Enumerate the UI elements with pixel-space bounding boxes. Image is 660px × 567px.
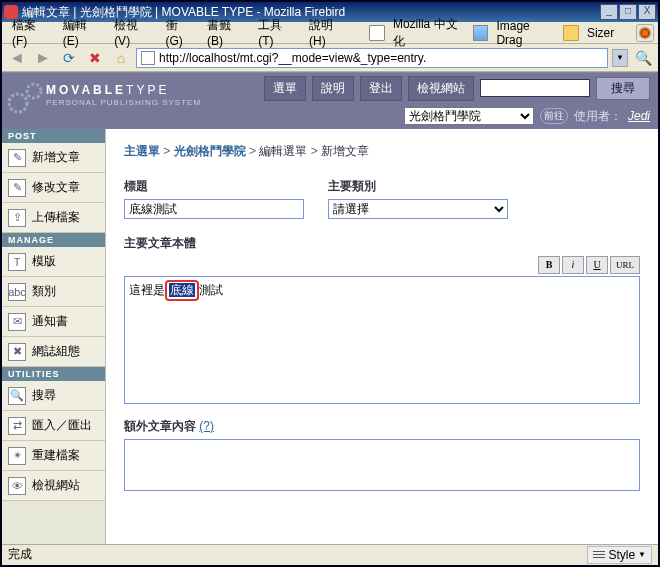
folder-icon <box>563 25 579 41</box>
sidebar-item-import[interactable]: ⇄匯入／匯出 <box>2 411 105 441</box>
bookmark-imagedrag[interactable]: Image Drag <box>490 17 561 49</box>
menu-help[interactable]: 說明(H) <box>303 15 353 50</box>
title-label: 標題 <box>124 178 304 195</box>
sidebar-item-notifications[interactable]: ✉通知書 <box>2 307 105 337</box>
breadcrumb: 主選單 > 光劍格鬥學院 > 編輯選單 > 新增文章 <box>124 143 640 160</box>
bc-current: 新增文章 <box>321 144 369 158</box>
logo-text-a: MOVABLE <box>46 83 126 97</box>
sidebar: POST ✎新增文章 ✎修改文章 ⇪上傳檔案 MANAGE T模版 abc類別 … <box>2 129 106 544</box>
sidebar-item-edit-entry[interactable]: ✎修改文章 <box>2 173 105 203</box>
url-dropdown[interactable]: ▼ <box>612 49 628 67</box>
back-button[interactable]: ◄ <box>6 47 28 69</box>
upload-icon: ⇪ <box>8 209 26 227</box>
title-input[interactable] <box>124 199 304 219</box>
throbber-icon <box>636 24 654 42</box>
image-icon <box>473 25 489 41</box>
bc-main[interactable]: 主選單 <box>124 144 160 158</box>
style-button[interactable]: Style▼ <box>587 546 652 564</box>
user-label: 使用者： <box>574 108 622 125</box>
category-label: 主要類別 <box>328 178 508 195</box>
sidebar-item-templates[interactable]: T模版 <box>2 247 105 277</box>
format-bold[interactable]: B <box>538 256 560 274</box>
nav-logout[interactable]: 登出 <box>360 76 402 101</box>
edit-entry-icon: ✎ <box>8 179 26 197</box>
category-select[interactable]: 請選擇 <box>328 199 508 219</box>
sidebar-item-viewsite[interactable]: 👁檢視網站 <box>2 471 105 501</box>
logo-tagline: PERSONAL PUBLISHING SYSTEM <box>46 98 201 107</box>
import-icon: ⇄ <box>8 417 26 435</box>
browser-menubar: 檔案(F) 編輯(E) 檢視(V) 衝(G) 書籤(B) 工具(T) 說明(H)… <box>2 22 658 44</box>
page-icon <box>141 51 155 65</box>
mail-icon: ✉ <box>8 313 26 331</box>
extended-label: 額外文章內容 <box>124 419 196 433</box>
menu-bookmarks[interactable]: 書籤(B) <box>201 15 250 50</box>
sidebar-item-search[interactable]: 🔍搜尋 <box>2 381 105 411</box>
format-underline[interactable]: U <box>586 256 608 274</box>
browser-toolbar: ◄ ► ⟳ ✖ ⌂ ▼ 🔍 <box>2 44 658 72</box>
rebuild-icon: ✴ <box>8 447 26 465</box>
sidebar-item-new-entry[interactable]: ✎新增文章 <box>2 143 105 173</box>
bookmark-sizer[interactable]: Sizer <box>581 24 620 42</box>
sidebar-item-config[interactable]: ✖網誌組態 <box>2 337 105 367</box>
url-bar[interactable] <box>136 48 608 68</box>
logo-text-b: TYPE <box>126 83 169 97</box>
sidebar-item-upload[interactable]: ⇪上傳檔案 <box>2 203 105 233</box>
style-icon <box>593 549 605 560</box>
body-editor[interactable]: 這裡是底線測試 <box>124 276 640 404</box>
stop-button[interactable]: ✖ <box>84 47 106 69</box>
extended-editor[interactable] <box>124 439 640 491</box>
home-button[interactable]: ⌂ <box>110 47 132 69</box>
url-input[interactable] <box>159 51 603 65</box>
maximize-button[interactable]: □ <box>619 4 637 20</box>
status-bar: 完成 Style▼ <box>2 544 658 564</box>
new-entry-icon: ✎ <box>8 149 26 167</box>
sidebar-head-post: POST <box>2 129 105 143</box>
body-label: 主要文章本體 <box>124 235 640 252</box>
go-button[interactable]: 前往 <box>540 108 568 124</box>
nav-menu[interactable]: 選單 <box>264 76 306 101</box>
search-icon: 🔍 <box>8 387 26 405</box>
close-button[interactable]: X <box>638 4 656 20</box>
menu-tools[interactable]: 工具(T) <box>252 15 301 50</box>
menu-edit[interactable]: 編輯(E) <box>57 15 106 50</box>
bc-edit: 編輯選單 <box>259 144 307 158</box>
svg-point-1 <box>27 84 41 98</box>
config-icon: ✖ <box>8 343 26 361</box>
search-button[interactable]: 🔍 <box>632 47 654 69</box>
view-icon: 👁 <box>8 477 26 495</box>
category-icon: abc <box>8 283 26 301</box>
gears-icon <box>4 77 44 117</box>
menu-go[interactable]: 衝(G) <box>160 15 199 50</box>
status-text: 完成 <box>8 546 587 563</box>
minimize-button[interactable]: _ <box>600 4 618 20</box>
header-search-input[interactable] <box>480 79 590 97</box>
reload-button[interactable]: ⟳ <box>58 47 80 69</box>
extended-help[interactable]: (?) <box>199 419 214 433</box>
page-icon <box>369 25 385 41</box>
forward-button[interactable]: ► <box>32 47 54 69</box>
sidebar-item-categories[interactable]: abc類別 <box>2 277 105 307</box>
selection-highlight: 底線 <box>165 280 199 301</box>
menu-file[interactable]: 檔案(F) <box>6 15 55 50</box>
blog-select[interactable]: 光劍格鬥學院 <box>404 107 534 125</box>
menu-view[interactable]: 檢視(V) <box>108 15 157 50</box>
bookmark-mozilla[interactable]: Mozilla 中文化 <box>387 14 471 52</box>
sidebar-head-utilities: UTILITIES <box>2 367 105 381</box>
template-icon: T <box>8 253 26 271</box>
format-url[interactable]: URL <box>610 256 640 274</box>
sidebar-head-manage: MANAGE <box>2 233 105 247</box>
bc-blog[interactable]: 光劍格鬥學院 <box>174 144 246 158</box>
app-header: MOVABLETYPE PERSONAL PUBLISHING SYSTEM 選… <box>2 73 658 129</box>
user-link[interactable]: Jedi <box>628 109 650 123</box>
nav-viewsite[interactable]: 檢視網站 <box>408 76 474 101</box>
svg-point-0 <box>9 94 27 112</box>
format-italic[interactable]: i <box>562 256 584 274</box>
sidebar-item-rebuild[interactable]: ✴重建檔案 <box>2 441 105 471</box>
header-search-button[interactable]: 搜尋 <box>596 77 650 100</box>
nav-help[interactable]: 說明 <box>312 76 354 101</box>
